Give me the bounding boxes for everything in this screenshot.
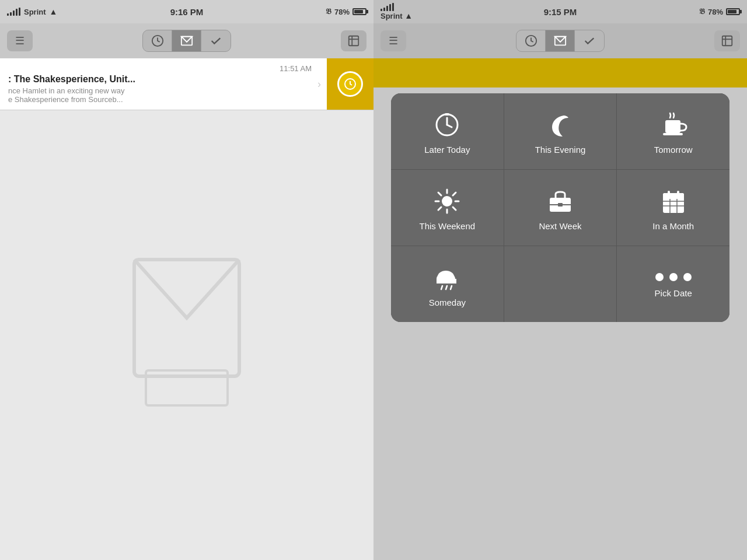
in-a-month-label: In a Month bbox=[652, 221, 694, 231]
pick-date-label: Pick Date bbox=[655, 288, 692, 298]
battery-icon-left bbox=[352, 8, 366, 15]
svg-line-48 bbox=[446, 286, 447, 289]
later-today-label: Later Today bbox=[424, 145, 470, 155]
in-a-month-cell[interactable]: In a Month bbox=[617, 170, 729, 246]
svg-line-17 bbox=[447, 125, 452, 127]
check-icon-left bbox=[210, 34, 222, 47]
schedule-grid: Later Today This Evening bbox=[391, 93, 729, 322]
svg-point-51 bbox=[669, 273, 678, 281]
logo-area bbox=[0, 110, 374, 560]
right-status-right: 𝔅 78% bbox=[699, 7, 740, 16]
snooze-clock-icon bbox=[337, 71, 363, 97]
menu-button-right[interactable]: ☰ bbox=[381, 30, 406, 51]
status-bar-left: Sprint ▲ 9:16 PM 𝔅 78% bbox=[0, 0, 374, 23]
svg-line-29 bbox=[453, 192, 456, 195]
email-subject: : The Shakesperience, Unit... bbox=[8, 74, 312, 85]
check-tab-left[interactable] bbox=[201, 30, 231, 51]
clock-icon-left bbox=[151, 34, 164, 47]
carrier-right: Sprint bbox=[381, 12, 403, 20]
app-logo bbox=[99, 254, 274, 417]
check-icon-right bbox=[583, 34, 596, 47]
menu-icon-left: ☰ bbox=[15, 34, 25, 47]
battery-icon-right bbox=[726, 8, 740, 15]
someday-icon bbox=[433, 264, 461, 292]
pick-date-dots bbox=[655, 273, 692, 281]
svg-line-30 bbox=[438, 207, 441, 210]
email-time: 11:51 AM bbox=[8, 64, 312, 73]
svg-rect-46 bbox=[437, 279, 456, 284]
wifi-icon-right: ▲ bbox=[404, 11, 413, 20]
svg-rect-12 bbox=[722, 36, 732, 46]
clock-tab-left[interactable] bbox=[143, 30, 172, 51]
wifi-icon-left: ▲ bbox=[50, 7, 58, 16]
battery-pct-left: 78% bbox=[334, 8, 350, 16]
svg-line-28 bbox=[453, 207, 456, 210]
someday-label: Someday bbox=[429, 298, 466, 307]
inbox-tab-right[interactable] bbox=[546, 30, 575, 51]
signal-bars-right bbox=[381, 3, 413, 11]
in-a-month-icon bbox=[659, 187, 687, 215]
compose-button-right[interactable] bbox=[714, 30, 740, 51]
pick-date-cell[interactable]: Pick Date bbox=[617, 246, 729, 322]
this-evening-label: This Evening bbox=[535, 145, 586, 155]
next-week-label: Next Week bbox=[539, 221, 581, 231]
svg-line-49 bbox=[451, 286, 452, 289]
next-week-cell[interactable]: Next Week bbox=[504, 170, 617, 246]
toolbar-group-left bbox=[142, 30, 231, 52]
dot-3 bbox=[683, 273, 692, 281]
left-status-right: Sprint ▲ bbox=[381, 3, 413, 20]
svg-point-50 bbox=[655, 273, 664, 281]
left-panel: Sprint ▲ 9:16 PM 𝔅 78% ☰ bbox=[0, 0, 374, 560]
later-today-cell[interactable]: Later Today bbox=[391, 93, 504, 169]
tomorrow-cell[interactable]: Tomorrow bbox=[617, 93, 729, 169]
toolbar-right: ☰ bbox=[374, 23, 747, 58]
this-evening-icon bbox=[546, 111, 574, 139]
clock-icon-right bbox=[525, 34, 537, 47]
someday-cell[interactable]: Someday bbox=[391, 246, 504, 322]
svg-line-27 bbox=[438, 192, 441, 195]
menu-button-left[interactable]: ☰ bbox=[7, 30, 33, 51]
inbox-tab-left[interactable] bbox=[172, 30, 201, 51]
time-right: 9:15 PM bbox=[544, 7, 577, 17]
compose-icon-left bbox=[347, 34, 360, 47]
toolbar-group-right bbox=[516, 30, 605, 52]
this-weekend-label: This Weekend bbox=[420, 221, 476, 231]
later-today-icon bbox=[433, 111, 461, 139]
svg-rect-38 bbox=[677, 191, 679, 195]
svg-rect-37 bbox=[668, 191, 670, 195]
menu-icon-right: ☰ bbox=[389, 34, 398, 47]
email-content: 11:51 AM : The Shakesperience, Unit... n… bbox=[8, 64, 312, 104]
right-status-left: 𝔅 78% bbox=[326, 7, 366, 16]
email-preview-2: e Shakesperience from Sourceb... bbox=[8, 95, 312, 104]
yellow-swatch[interactable] bbox=[327, 58, 374, 110]
this-weekend-cell[interactable]: This Weekend bbox=[391, 170, 504, 246]
email-item[interactable]: 11:51 AM : The Shakesperience, Unit... n… bbox=[0, 58, 374, 110]
tomorrow-icon bbox=[659, 111, 687, 139]
bluetooth-icon-left: 𝔅 bbox=[326, 7, 331, 16]
tomorrow-label: Tomorrow bbox=[654, 145, 693, 155]
svg-point-52 bbox=[683, 273, 692, 281]
this-evening-cell[interactable]: This Evening bbox=[504, 93, 617, 169]
right-panel: Sprint ▲ 9:15 PM 𝔅 78% ☰ bbox=[374, 0, 747, 560]
inbox-icon-right bbox=[554, 34, 567, 47]
svg-rect-20 bbox=[665, 120, 680, 133]
clock-tab-right[interactable] bbox=[516, 30, 546, 51]
email-chevron: › bbox=[317, 78, 321, 90]
time-left: 9:16 PM bbox=[170, 7, 204, 17]
svg-marker-1 bbox=[181, 37, 191, 42]
left-status-info: Sprint ▲ bbox=[7, 7, 57, 16]
this-weekend-icon bbox=[433, 187, 461, 215]
email-preview-1: nce Hamlet in an exciting new way bbox=[8, 86, 312, 95]
svg-rect-36 bbox=[663, 197, 684, 199]
dot-1 bbox=[655, 273, 664, 281]
clock-svg bbox=[343, 77, 357, 91]
yellow-accent-bar bbox=[374, 58, 747, 88]
svg-rect-21 bbox=[663, 133, 683, 135]
svg-rect-33 bbox=[558, 203, 563, 206]
signal-bars-left bbox=[7, 8, 20, 16]
dot-2 bbox=[669, 273, 678, 281]
compose-button-left[interactable] bbox=[341, 30, 366, 51]
check-tab-right[interactable] bbox=[575, 30, 604, 51]
svg-point-22 bbox=[442, 196, 452, 206]
inbox-icon-left bbox=[180, 34, 193, 47]
